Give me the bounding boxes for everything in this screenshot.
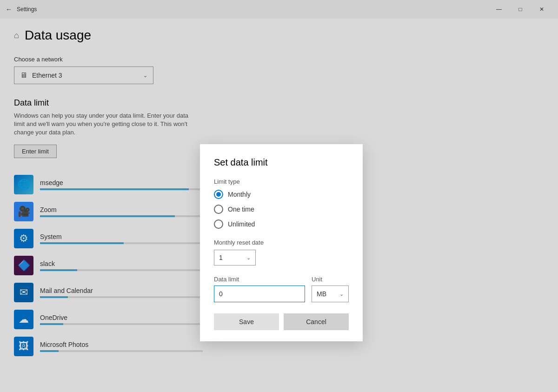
cancel-button[interactable]: Cancel	[284, 313, 349, 330]
reset-date-dropdown[interactable]: 1 ⌄	[214, 250, 256, 266]
limit-row: Data limit Unit MB ⌄	[214, 276, 349, 302]
data-limit-input[interactable]	[214, 286, 305, 302]
radio-label-monthly: Monthly	[228, 191, 251, 198]
radio-label-onetime: One time	[228, 206, 254, 213]
set-data-limit-dialog: Set data limit Limit type Monthly One ti…	[200, 144, 363, 341]
dialog-title: Set data limit	[214, 157, 349, 168]
unit-dropdown[interactable]: MB ⌄	[312, 286, 349, 302]
radio-onetime[interactable]: One time	[214, 205, 349, 214]
limit-type-radio-group: Monthly One time Unlimited	[214, 190, 349, 229]
reset-date-chevron-icon: ⌄	[246, 255, 251, 261]
unit-field: Unit MB ⌄	[312, 276, 349, 302]
save-button[interactable]: Save	[214, 313, 279, 330]
radio-label-unlimited: Unlimited	[228, 220, 255, 228]
radio-unlimited[interactable]: Unlimited	[214, 219, 349, 229]
dialog-buttons: Save Cancel	[214, 313, 349, 330]
unit-chevron-icon: ⌄	[339, 291, 344, 297]
reset-date-value: 1	[219, 254, 223, 261]
radio-circle-onetime	[214, 205, 223, 214]
data-limit-field: Data limit	[214, 276, 305, 302]
data-limit-label: Data limit	[214, 276, 305, 283]
radio-monthly[interactable]: Monthly	[214, 190, 349, 199]
radio-circle-monthly	[214, 190, 223, 199]
reset-date-label: Monthly reset date	[214, 239, 349, 246]
unit-label: Unit	[312, 276, 349, 283]
radio-circle-unlimited	[214, 219, 223, 229]
unit-value: MB	[317, 290, 326, 298]
limit-type-label: Limit type	[214, 178, 349, 185]
